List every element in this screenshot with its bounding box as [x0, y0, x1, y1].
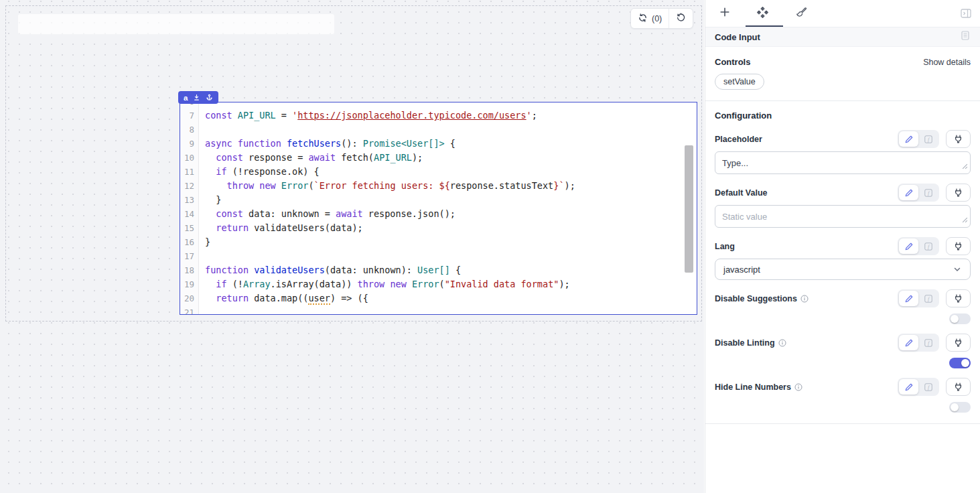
binding-mode-segment: f	[898, 378, 939, 396]
code-line: 20 return data.map((user) => ({	[180, 291, 697, 305]
code-text: const data: unknown = await response.jso…	[199, 207, 456, 221]
property-label: Placeholder	[715, 135, 762, 144]
plug-icon[interactable]	[946, 184, 971, 202]
editor-scrollbar[interactable]	[685, 145, 693, 273]
app-window: (0) a	[0, 0, 980, 493]
plug-icon[interactable]	[946, 237, 971, 255]
code-line: 7const API_URL = 'https://jsonplaceholde…	[180, 109, 697, 123]
pencil-icon[interactable]	[899, 379, 918, 395]
code-input-widget[interactable]: 67const API_URL = 'https://jsonplacehold…	[180, 102, 697, 315]
property-field: Default ValuefStatic value	[715, 184, 971, 228]
pencil-icon[interactable]	[899, 335, 918, 350]
line-number: 12	[180, 179, 199, 193]
function-binding-icon[interactable]: f	[918, 379, 938, 395]
pencil-icon[interactable]	[899, 185, 918, 200]
collapse-panel-icon[interactable]	[960, 7, 972, 22]
plug-icon[interactable]	[946, 378, 971, 396]
code-line: 10 const response = await fetch(API_URL)…	[180, 151, 697, 165]
move-down-icon[interactable]	[193, 94, 200, 101]
code-text	[199, 123, 205, 137]
line-number: 21	[180, 305, 199, 315]
code-pane: 67const API_URL = 'https://jsonplacehold…	[180, 102, 697, 315]
code-text: const response = await fetch(API_URL);	[199, 151, 423, 165]
property-input[interactable]: Static value	[715, 205, 971, 228]
property-label: Hide Line Numbers	[715, 382, 791, 392]
code-text: }	[199, 235, 210, 249]
code-line: 21	[180, 305, 697, 315]
controls-heading: Controls	[715, 57, 750, 67]
line-number: 14	[180, 207, 199, 221]
svg-text:f: f	[927, 384, 930, 390]
plug-icon[interactable]	[946, 334, 971, 352]
property-label: Disable Linting	[715, 338, 775, 348]
property-toggle[interactable]	[949, 313, 971, 324]
pencil-icon[interactable]	[899, 131, 918, 147]
line-number: 9	[180, 137, 199, 151]
chevron-down-icon	[953, 265, 962, 274]
history-button[interactable]	[669, 9, 693, 28]
pencil-icon[interactable]	[899, 238, 918, 254]
refresh-count: (0)	[652, 14, 662, 23]
code-text: function validateUsers(data: unknown): U…	[199, 263, 461, 277]
info-icon[interactable]	[794, 383, 802, 391]
code-line: 16}	[180, 235, 697, 249]
property-toggle[interactable]	[949, 402, 971, 413]
resize-handle-icon[interactable]	[962, 161, 968, 171]
line-number: 15	[180, 221, 199, 235]
plug-icon[interactable]	[946, 130, 971, 148]
function-binding-icon[interactable]: f	[918, 238, 938, 254]
selected-widget-chip[interactable]: a	[178, 91, 218, 104]
code-text: if (!Array.isArray(data)) throw new Erro…	[199, 277, 570, 291]
property-panel: Code Input Controls Show details setValu…	[705, 0, 980, 493]
line-number: 10	[180, 151, 199, 165]
function-binding-icon[interactable]: f	[918, 291, 938, 306]
info-icon[interactable]	[778, 339, 786, 347]
widgets-explorer-tab[interactable]	[744, 6, 782, 21]
property-select[interactable]: javascript	[715, 259, 971, 280]
anchor-icon[interactable]	[206, 94, 213, 101]
configuration-heading: Configuration	[715, 111, 772, 121]
info-icon[interactable]	[800, 295, 809, 303]
property-input[interactable]: Type...	[715, 151, 971, 174]
builder-canvas[interactable]: (0) a	[0, 0, 704, 493]
code-text: throw new Error(`Error fetching users: $…	[199, 179, 575, 193]
style-brush-tab[interactable]	[782, 6, 820, 21]
line-number: 18	[180, 263, 199, 277]
section-divider	[705, 100, 980, 101]
binding-mode-segment: f	[898, 130, 939, 148]
code-line: 14 const data: unknown = await response.…	[180, 207, 697, 221]
code-line: 15 return validateUsers(data);	[180, 221, 697, 235]
property-toggle[interactable]	[949, 358, 971, 368]
function-binding-icon[interactable]: f	[918, 335, 938, 350]
document-outline-icon[interactable]	[960, 30, 971, 44]
code-line: 13 }	[180, 193, 697, 207]
property-label: Disable Suggestions	[715, 294, 797, 303]
toggle-knob	[951, 403, 959, 411]
setvalue-command-chip[interactable]: setValue	[715, 74, 764, 90]
line-number: 11	[180, 165, 199, 179]
line-number: 16	[180, 235, 199, 249]
code-text: return validateUsers(data);	[199, 221, 363, 235]
function-binding-icon[interactable]: f	[918, 185, 938, 200]
code-line: 12 throw new Error(`Error fetching users…	[180, 179, 697, 193]
code-text: if (!response.ok) {	[199, 165, 320, 179]
code-line: 19 if (!Array.isArray(data)) throw new E…	[180, 277, 697, 291]
resize-handle-icon[interactable]	[962, 215, 968, 225]
add-widget-tab[interactable]	[705, 6, 744, 21]
show-details-link[interactable]: Show details	[923, 58, 971, 67]
canvas-toolbar: (0)	[630, 8, 693, 29]
line-number: 13	[180, 193, 199, 207]
sync-icon	[638, 13, 648, 25]
property-field: Hide Line Numbersf	[715, 378, 971, 413]
property-field: Disable Lintingf	[715, 334, 971, 368]
pencil-icon[interactable]	[899, 291, 918, 306]
toggle-knob	[961, 359, 969, 367]
function-binding-icon[interactable]: f	[918, 131, 938, 147]
plug-icon[interactable]	[946, 289, 971, 307]
property-field: PlaceholderfType...	[715, 130, 971, 174]
line-number: 8	[180, 123, 199, 137]
refresh-counter-button[interactable]: (0)	[631, 9, 669, 28]
svg-text:f: f	[927, 136, 930, 142]
code-text: return data.map((user) => ({	[199, 291, 368, 305]
canvas-widget-placeholder[interactable]	[18, 14, 334, 34]
